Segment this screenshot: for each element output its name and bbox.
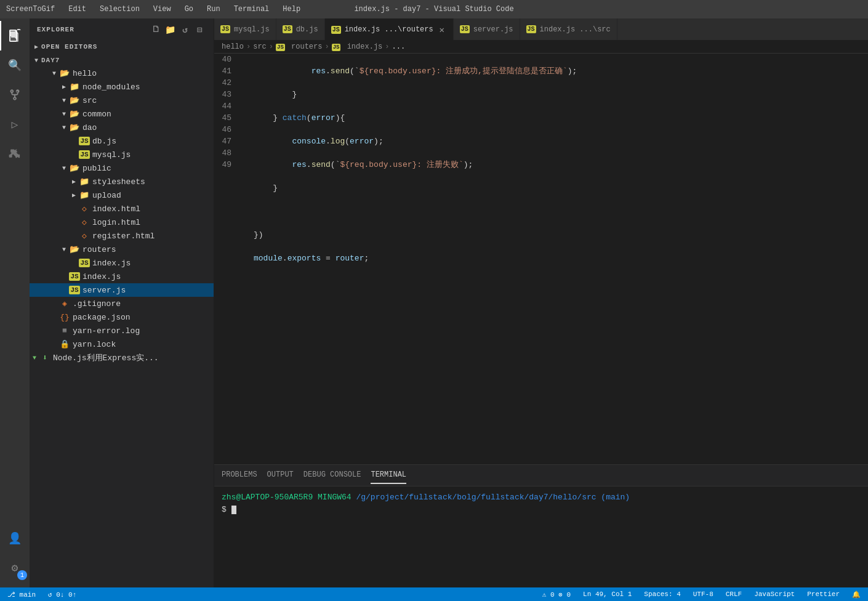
tree-gitignore[interactable]: ▶ ◈ .gitignore [30,297,214,310]
panel-tab-terminal[interactable]: TERMINAL [371,467,406,484]
tab-index-src[interactable]: JS index.js ...\src [520,18,617,40]
sb-encoding[interactable]: UTF-8 [691,591,716,598]
terminal-content[interactable]: zhs@LAPTOP-950AR5R9 MINGW64 /g/project/f… [214,486,868,587]
bc-hello[interactable]: hello [222,42,244,51]
tree-server-js[interactable]: ▶ JS server.js [30,283,214,297]
tree-src[interactable]: ▼ 📂 src [30,94,214,107]
tab-mysql[interactable]: JS mysql.js [214,18,276,40]
tree-yarn-lock[interactable]: ▶ 🔒 yarn.lock [30,337,214,351]
loginhtml-label: login.html [92,218,140,227]
open-editors-section[interactable]: ▶ OPEN EDITORS [30,41,214,53]
panel-tab-debug[interactable]: DEBUG CONSOLE [303,467,361,484]
activity-extensions[interactable] [0,139,30,169]
window-title: index.js - day7 - Visual Studio Code [354,5,513,14]
common-label: common [82,110,111,119]
menu-help[interactable]: Help [278,4,305,15]
sb-prettier[interactable]: Prettier [805,591,842,598]
routers-folder-icon: 📂 [69,244,80,255]
activity-debug[interactable]: ▷ [0,110,30,139]
upload-folder-icon: 📁 [79,190,90,201]
public-label: public [82,164,111,173]
public-folder-icon: 📂 [69,163,80,174]
activity-settings[interactable]: ⚙ 1 [0,553,30,583]
tree-dao[interactable]: ▼ 📂 dao [30,121,214,134]
tab-index-routers[interactable]: JS index.js ...\routers ✕ [325,18,454,40]
srv-tab-badge: JS [460,25,470,33]
sb-branch[interactable]: ⎇ main [5,591,38,599]
tree-mysql-js[interactable]: ▶ JS mysql.js [30,148,214,161]
nodejs-icon: ⬇ [39,352,50,363]
menu-edit[interactable]: Edit [63,4,91,15]
tree-public[interactable]: ▼ 📂 public [30,161,214,175]
tree-common[interactable]: ▼ 📂 common [30,107,214,121]
activity-source-control[interactable] [0,80,30,110]
tab-server[interactable]: JS server.js [454,18,520,40]
statusbar-right: ⚠ 0 ⊗ 0 Ln 49, Col 1 Spaces: 4 UTF-8 CRL… [540,591,863,599]
sb-errors[interactable]: ⚠ 0 ⊗ 0 [540,591,573,599]
code-line-41: } [254,89,858,100]
bc-sep3: › [324,42,329,51]
nodejs-arrow: ▼ [30,355,39,361]
term-shell: MINGW64 [318,493,352,502]
tree-index-html[interactable]: ▶ ◇ index.html [30,202,214,216]
code-line-43: console.log(error); [254,135,858,147]
tree-stylesheets[interactable]: ▶ 📁 stylesheets [30,175,214,188]
hello-folder-icon: 📂 [59,68,70,79]
sb-language[interactable]: JavaScript [752,591,797,598]
tree-src-index-js[interactable]: ▶ JS index.js [30,270,214,283]
tree-routers[interactable]: ▼ 📂 routers [30,243,214,256]
workspace-label: DAY7 [41,57,60,64]
src-arrow: ▼ [59,97,69,104]
refresh-btn[interactable]: ↺ [179,23,191,36]
tree-login-html[interactable]: ▶ ◇ login.html [30,216,214,229]
sb-line-col[interactable]: Ln 49, Col 1 [581,591,634,598]
tree-yarn-error-log[interactable]: ▶ ≡ yarn-error.log [30,324,214,337]
sb-spaces[interactable]: Spaces: 4 [641,591,683,598]
menu-go[interactable]: Go [180,4,198,15]
tree-nodejs-folder[interactable]: ▼ ⬇ Node.js利用Express实... [30,351,214,365]
bc-indexjs[interactable]: JS index.js [332,42,383,51]
tree-routers-index-js[interactable]: ▶ JS index.js [30,256,214,270]
menu-terminal[interactable]: Terminal [229,4,275,15]
bc-ellipsis[interactable]: ... [392,42,405,51]
sb-sync[interactable]: ↺ 0↓ 0↑ [46,591,79,599]
activity-search[interactable]: 🔍 [0,50,30,80]
tree-node-modules[interactable]: ▶ 📁 node_modules [30,80,214,94]
settings-badge: 1 [17,570,27,580]
statusbar-left: ⎇ main ↺ 0↓ 0↑ [5,591,79,599]
tree-register-html[interactable]: ▶ ◇ register.html [30,229,214,243]
editor-panel-container: 40 41 42 43 44 45 46 47 48 49 res.send(`… [214,54,868,587]
code-editor[interactable]: 40 41 42 43 44 45 46 47 48 49 res.send(`… [214,54,868,464]
hello-label: hello [73,69,97,78]
menu-selection[interactable]: Selection [95,4,145,15]
tab-db[interactable]: JS db.js [276,18,325,40]
src-folder-icon: 📂 [69,95,80,106]
code-line-49 [254,276,858,288]
new-folder-btn[interactable]: 📁 [164,23,177,36]
bc-routers[interactable]: JS routers [276,42,322,51]
idx-tab-close[interactable]: ✕ [437,25,447,34]
bc-src[interactable]: src [253,42,267,51]
tree-hello[interactable]: ▼ 📂 hello [30,67,214,80]
tree-upload[interactable]: ▶ 📁 upload [30,188,214,202]
mysql-tab-label: mysql.js [234,25,270,34]
activity-explorer[interactable] [0,21,30,50]
nm-label: node_modules [82,83,140,92]
panel-tab-problems[interactable]: PROBLEMS [222,467,257,484]
workspace-section[interactable]: ▼ DAY7 [30,54,214,67]
activity-account[interactable]: 👤 [0,523,30,553]
menu-run[interactable]: Run [202,4,225,15]
tree-db-js[interactable]: ▶ JS db.js [30,134,214,148]
tree-package-json[interactable]: ▶ {} package.json [30,310,214,324]
collapse-all-btn[interactable]: ⊟ [194,23,206,36]
statusbar: ⎇ main ↺ 0↓ 0↑ ⚠ 0 ⊗ 0 Ln 49, Col 1 Spac… [0,587,868,601]
idxhtml-icon: ◇ [79,203,90,214]
sb-eol[interactable]: CRLF [723,591,744,598]
db-tab-badge: JS [283,25,292,33]
sb-notif[interactable]: 🔔 [850,591,863,599]
code-content[interactable]: res.send(`${req.body.user}: 注册成功,提示登陆信息是… [244,54,868,464]
yarnlog-icon: ≡ [59,325,70,336]
new-file-btn[interactable]: 🗋 [150,23,162,36]
menu-view[interactable]: View [148,4,176,15]
panel-tab-output[interactable]: OUTPUT [267,467,294,484]
